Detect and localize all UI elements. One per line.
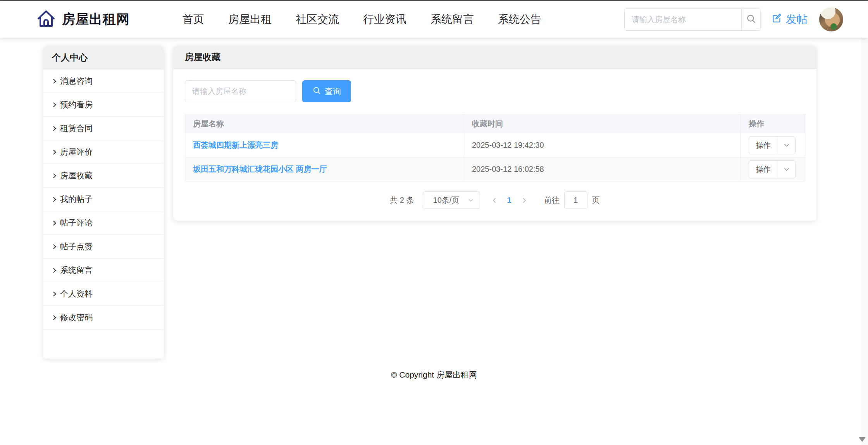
site-title: 房屋出租网 <box>62 10 130 28</box>
pagination: 共 2 条 10条/页 1 前 <box>185 191 805 209</box>
sidebar-item-label: 我的帖子 <box>60 194 93 205</box>
query-button[interactable]: 查询 <box>302 80 351 102</box>
goto-page-input[interactable] <box>564 191 587 209</box>
scrollbar-track[interactable] <box>861 38 868 445</box>
sidebar-item-label: 个人资料 <box>60 288 93 299</box>
page-size-select[interactable]: 10条/页 <box>423 191 480 209</box>
chevron-down-icon <box>467 197 474 204</box>
chevron-right-icon <box>520 197 528 204</box>
sidebar-item-my-posts[interactable]: 我的帖子 <box>43 188 164 211</box>
sidebar-item-label: 预约看房 <box>60 99 93 110</box>
sidebar-item-label: 系统留言 <box>60 265 93 276</box>
sidebar-item-house-favorites[interactable]: 房屋收藏 <box>43 164 164 188</box>
nav-item-industry-news[interactable]: 行业资讯 <box>358 12 412 27</box>
nav-item-home[interactable]: 首页 <box>177 12 210 27</box>
sidebar-item-label: 消息咨询 <box>60 76 93 86</box>
chevron-right-icon <box>51 244 56 249</box>
action-label: 操作 <box>749 164 778 174</box>
search-icon <box>746 14 756 25</box>
chevron-right-icon <box>51 315 56 320</box>
favorite-time: 2025-03-12 19:42:30 <box>464 133 741 157</box>
sidebar-item-lease-contracts[interactable]: 租赁合同 <box>43 117 164 140</box>
header-right: 发帖 <box>624 7 843 31</box>
column-header-actions: 操作 <box>741 114 805 133</box>
pagination-total: 共 2 条 <box>390 195 414 205</box>
header-search-group <box>624 9 761 31</box>
table-row: 坂田五和万科城汇珑花园小区 两房一厅 2025-03-12 16:02:58 操… <box>185 157 805 181</box>
app-header: 房屋出租网 首页 房屋出租 社区交流 行业资讯 系统留言 系统公告 <box>0 1 868 38</box>
site-logo[interactable]: 房屋出租网 <box>36 9 130 30</box>
panel-body: 查询 房屋名称 收藏时间 操作 西荟城四期新上漂亮三房 2025-03-12 1… <box>173 69 816 221</box>
scroll-down-icon[interactable] <box>859 437 866 442</box>
prev-page-button[interactable] <box>486 197 503 204</box>
post-button[interactable]: 发帖 <box>772 12 808 27</box>
favorites-table: 房屋名称 收藏时间 操作 西荟城四期新上漂亮三房 2025-03-12 19:4… <box>185 114 805 181</box>
personal-center-sidebar: 个人中心 消息咨询 预约看房 租赁合同 房屋评价 房屋收藏 我的帖子 帖子评论 <box>43 46 164 359</box>
chevron-right-icon <box>51 150 56 155</box>
sidebar-item-system-messages[interactable]: 系统留言 <box>43 259 164 282</box>
table-header-row: 房屋名称 收藏时间 操作 <box>185 114 805 133</box>
page-size-value: 10条/页 <box>433 195 460 205</box>
edit-icon <box>772 13 782 26</box>
chevron-right-icon <box>51 291 56 297</box>
sidebar-item-post-comments[interactable]: 帖子评论 <box>43 211 164 235</box>
favorite-time: 2025-03-12 16:02:58 <box>464 157 741 181</box>
house-name-input[interactable] <box>185 80 296 102</box>
chevron-right-icon <box>51 126 56 131</box>
sidebar-item-profile[interactable]: 个人资料 <box>43 282 164 306</box>
action-dropdown-button[interactable]: 操作 <box>749 136 796 154</box>
chevron-right-icon <box>51 102 56 107</box>
sidebar-item-label: 租赁合同 <box>60 123 93 134</box>
next-page-button[interactable] <box>515 197 533 204</box>
house-icon <box>36 9 56 30</box>
action-label: 操作 <box>749 140 778 150</box>
sidebar-item-label: 帖子点赞 <box>60 241 93 252</box>
nav-item-system-messages[interactable]: 系统留言 <box>425 12 479 27</box>
column-header-favorite-time: 收藏时间 <box>464 114 741 133</box>
nav-item-system-notices[interactable]: 系统公告 <box>493 12 547 27</box>
house-link[interactable]: 西荟城四期新上漂亮三房 <box>193 141 278 149</box>
action-dropdown-button[interactable]: 操作 <box>749 160 796 178</box>
page-number-1[interactable]: 1 <box>503 196 515 205</box>
header-search-button[interactable] <box>741 9 760 30</box>
sidebar-item-label: 修改密码 <box>60 312 93 323</box>
chevron-right-icon <box>51 173 56 178</box>
nav-item-house-rent[interactable]: 房屋出租 <box>223 12 277 27</box>
page-unit-label: 页 <box>592 195 600 205</box>
search-icon <box>312 86 321 97</box>
query-row: 查询 <box>185 80 805 102</box>
content-area: 个人中心 消息咨询 预约看房 租赁合同 房屋评价 房屋收藏 我的帖子 帖子评论 <box>0 38 868 359</box>
chevron-right-icon <box>51 221 56 226</box>
sidebar-item-messages[interactable]: 消息咨询 <box>43 69 164 93</box>
post-label: 发帖 <box>786 12 808 27</box>
chevron-down-icon[interactable] <box>778 141 795 149</box>
sidebar-item-label: 房屋收藏 <box>60 170 93 181</box>
sidebar-title: 个人中心 <box>43 46 164 69</box>
chevron-right-icon <box>51 79 56 84</box>
header-search-input[interactable] <box>625 9 741 30</box>
chevron-left-icon <box>491 197 498 204</box>
panel-title: 房屋收藏 <box>173 46 816 69</box>
house-link[interactable]: 坂田五和万科城汇珑花园小区 两房一厅 <box>193 165 327 173</box>
sidebar-item-change-password[interactable]: 修改密码 <box>43 306 164 329</box>
nav-item-community[interactable]: 社区交流 <box>290 12 344 27</box>
chevron-down-icon[interactable] <box>778 166 795 173</box>
sidebar-item-label: 房屋评价 <box>60 147 93 157</box>
sidebar-item-post-likes[interactable]: 帖子点赞 <box>43 235 164 259</box>
chevron-right-icon <box>51 197 56 202</box>
goto-label: 前往 <box>544 195 560 205</box>
column-header-house-name: 房屋名称 <box>185 114 464 133</box>
footer-copyright: © Copyright 房屋出租网 <box>0 369 868 380</box>
chevron-right-icon <box>51 268 56 273</box>
sidebar-item-viewing-appointments[interactable]: 预约看房 <box>43 93 164 117</box>
query-button-label: 查询 <box>325 86 341 97</box>
sidebar-item-house-reviews[interactable]: 房屋评价 <box>43 140 164 164</box>
house-favorites-panel: 房屋收藏 查询 房屋名称 收藏时间 <box>173 46 816 221</box>
user-avatar[interactable] <box>819 7 843 31</box>
sidebar-item-label: 帖子评论 <box>60 217 93 228</box>
table-row: 西荟城四期新上漂亮三房 2025-03-12 19:42:30 操作 <box>185 133 805 157</box>
main-nav: 首页 房屋出租 社区交流 行业资讯 系统留言 系统公告 <box>177 12 547 27</box>
